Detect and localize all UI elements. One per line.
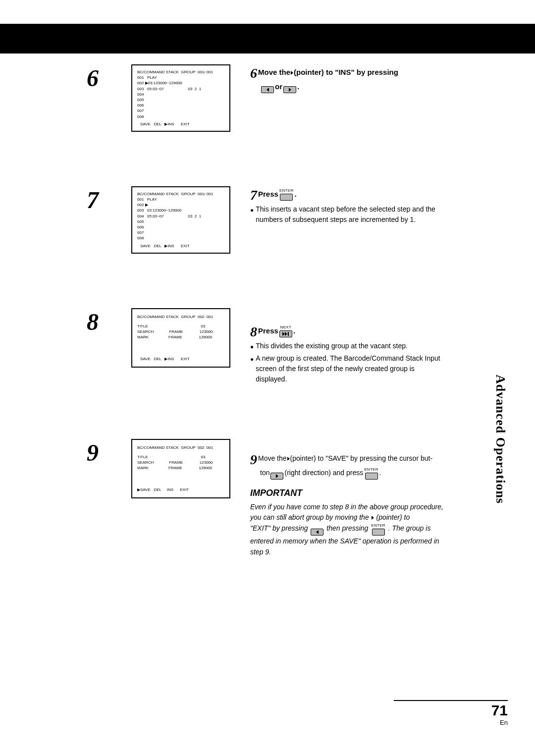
screen-line: 006 [137,103,224,108]
bullet-icon: ● [250,355,254,364]
step-7-instruction: 7 Press ENTER . ● This inserts a vacant … [250,186,443,225]
next-button[interactable]: NEXT [279,324,292,337]
instruction-text: Move the [258,453,287,464]
screen-line: 008 [137,114,224,119]
bullet-icon: ● [250,342,254,351]
screen-header: BC/COMMAND STACK GROUP 001/ 001 [137,69,224,75]
screen-line: 005 [137,219,224,224]
screen-line: 002 ▶ [137,202,224,208]
screen-box-8: BC/COMMAND STACK GROUP 002: 001 TITLE 03… [131,308,230,368]
page-number: 71 [394,702,508,719]
screen-line: MARK FRAME 129000 [137,334,224,340]
page-content: 6 BC/COMMAND STACK GROUP 001/ 001 001 PL… [87,64,443,558]
screen-header: BC/COMMAND STACK GROUP 002: 001 [137,314,224,320]
step-8-instruction: 8 Press NEXT . ● This divides the existi… [250,323,443,384]
instruction-text: (pointer) to "SAVE" by pressing the curs… [290,453,432,464]
pointer-right-icon [372,516,374,520]
right-arrow-button[interactable]: . [270,467,283,480]
screen-header: BC/COMMAND STACK GROUP 001/ 001 [137,191,224,197]
screen-footer: SAVE DEL ▶INS EXIT [137,243,224,249]
screen-line: 003 03:123000~129000 [137,208,224,213]
instruction-text: (pointer) to "INS" by pressing [294,67,398,78]
enter-button[interactable]: ENTER [279,188,294,201]
screen-line: 003 05:03~07 03 2 1 [137,86,224,92]
screen-footer: SAVE DEL ▶INS EXIT [137,356,224,362]
instruction-text: or [275,81,282,93]
screen-line: SEARCH FRAME 123000 [137,329,224,334]
right-arrow-button[interactable]: . [283,80,296,93]
important-heading: IMPORTANT [250,486,443,500]
important-body: Even if you have come to step 8 in the a… [250,502,443,523]
step-number-6: 6 [87,66,107,90]
screen-line: 005 [137,97,224,103]
screen-header: BC/COMMAND STACK GROUP 002: 001 [137,445,224,450]
inline-step-number-9: 9 [250,453,257,467]
left-arrow-button[interactable]: . [311,523,323,536]
step-number-9: 9 [87,441,107,465]
screen-line: 006 [137,224,224,230]
screen-line: MARK FRAME 129000 [137,465,224,471]
enter-button[interactable]: ENTER [364,467,378,480]
screen-box-6: BC/COMMAND STACK GROUP 001/ 001 001 PLAY… [131,64,230,132]
screen-line: 004 [137,92,224,97]
bullet-text: This inserts a vacant step before the se… [256,204,443,225]
screen-line: 007 [137,230,224,235]
step-7-row: 7 BC/COMMAND STACK GROUP 001/ 001 001 PL… [87,186,443,254]
instruction-text: . [297,81,299,93]
screen-line: 004 05:03~07 03 2 1 [137,214,224,219]
instruction-text: Move the [258,67,290,78]
instruction-text: . [379,468,381,478]
screen-line: 007 [137,108,224,113]
bullet-text: A new group is created. The Barcode/Comm… [256,353,443,384]
step-8-row: 8 BC/COMMAND STACK GROUP 002: 001 TITLE … [87,308,443,384]
instruction-text: Press [258,325,278,337]
inline-step-number-8: 8 [250,325,257,339]
header-black-bar [0,24,535,54]
step-9-row: 9 BC/COMMAND STACK GROUP 002: 001 TITLE … [87,439,443,558]
screen-footer: ▶SAVE DEL INS EXIT [137,487,224,492]
pointer-right-icon [291,71,293,75]
bullet-text: This divides the existing group at the v… [256,341,408,351]
screen-line: TITLE 03 [137,324,224,329]
instruction-text: . [295,189,297,200]
screen-line: 002 ▶03:123000~129000 [137,80,224,86]
left-arrow-button[interactable]: . [261,80,274,93]
inline-step-number-6: 6 [250,66,257,80]
section-tab: Advanced Operations [493,375,508,504]
step-6-instruction: 6 Move the (pointer) to "INS" by pressin… [250,64,443,93]
pointer-right-icon [287,457,290,461]
instruction-text: (right direction) and press [284,468,363,478]
screen-line: SEARCH FRAME 123000 [137,460,224,465]
screen-line: 008 [137,235,224,241]
screen-footer: SAVE DEL ▶INS EXIT [137,121,224,127]
important-body: "EXIT" by pressing . then pressing ENTER… [250,524,439,556]
screen-line: 001 PLAY [137,75,224,80]
bullet-icon: ● [250,206,254,215]
instruction-text: . [293,325,295,337]
inline-step-number-7: 7 [250,188,257,202]
page-language: En [394,719,508,726]
enter-button[interactable]: ENTER [371,523,385,536]
step-9-instruction: 9 Move the (pointer) to "SAVE" by pressi… [250,451,443,558]
screen-box-9: BC/COMMAND STACK GROUP 002: 001 TITLE 03… [131,439,230,498]
screen-box-7: BC/COMMAND STACK GROUP 001/ 001 001 PLAY… [131,186,230,254]
screen-line: 001 PLAY [137,197,224,202]
instruction-text: ton [260,468,269,478]
step-number-7: 7 [87,188,107,212]
step-number-8: 8 [87,310,107,334]
screen-line: TITLE 03 [137,454,224,460]
instruction-text: Press [258,189,278,200]
step-6-row: 6 BC/COMMAND STACK GROUP 001/ 001 001 PL… [87,64,443,132]
page-footer: 71 En [394,700,508,726]
